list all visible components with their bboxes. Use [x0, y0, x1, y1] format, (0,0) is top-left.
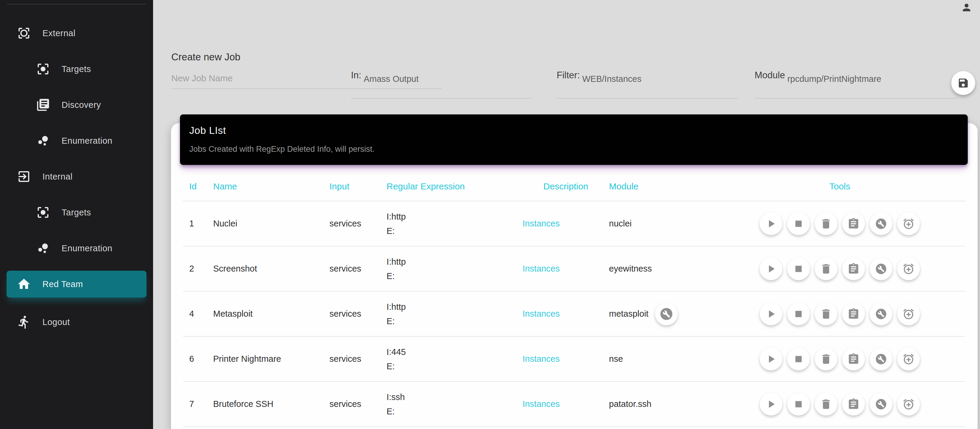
job-input-cell: services: [329, 336, 387, 381]
column-header-id: Id: [183, 172, 213, 201]
module-name: patator.ssh: [609, 399, 651, 409]
delete-icon: [820, 353, 832, 365]
module-select[interactable]: Module rpcdump/PrintNightmare: [754, 69, 958, 99]
input-source-select[interactable]: In: Amass Output: [351, 69, 532, 99]
sidebar-item-internal[interactable]: Internal: [0, 159, 153, 194]
job-module-cell: nse: [609, 336, 714, 381]
delete-button[interactable]: [815, 393, 837, 416]
job-id-cell: 7: [183, 381, 213, 427]
job-regex-cell: I:http E:: [387, 291, 523, 336]
column-header-module: Module: [609, 172, 714, 201]
sidebar-item-label: Enumeration: [62, 243, 112, 253]
assignment-icon: [847, 218, 860, 230]
play-button[interactable]: [760, 393, 783, 416]
assignment-button[interactable]: [842, 303, 865, 325]
sidebar-item-targets[interactable]: Targets: [0, 51, 153, 87]
alarm-add-button[interactable]: [897, 257, 920, 280]
regex-exclude-line: E:: [387, 224, 523, 238]
job-module-cell: patator.ssh: [609, 381, 714, 427]
job-regex-cell: I:445 E:: [387, 336, 523, 381]
assignment-button[interactable]: [842, 213, 865, 235]
job-description-cell: Instances: [523, 336, 609, 381]
stop-icon: [792, 218, 805, 230]
alarm-add-button[interactable]: [897, 348, 920, 370]
sidebar-item-label: Targets: [62, 64, 91, 74]
sidebar-item-targets[interactable]: Targets: [0, 194, 153, 230]
filter-value: WEB/Instances: [582, 74, 641, 84]
build-circle-button[interactable]: [870, 303, 892, 325]
alarm-add-button[interactable]: [897, 393, 920, 416]
table-row: 6 Printer Nightmare services I:445 E: In…: [183, 336, 965, 381]
job-input-cell: services: [329, 291, 387, 336]
home-icon: [17, 277, 31, 291]
sidebar-item-logout[interactable]: Logout: [0, 304, 153, 340]
job-list-card: IdNameInputRegular ExpressionDescription…: [171, 123, 978, 429]
sidebar-item-label: Internal: [43, 172, 73, 182]
library-icon: [36, 98, 50, 112]
play-button[interactable]: [760, 257, 783, 280]
sidebar-item-label: Discovery: [62, 100, 101, 110]
job-id-cell: 1: [183, 201, 213, 246]
delete-icon: [820, 262, 832, 275]
play-button[interactable]: [760, 303, 783, 325]
job-regex-cell: I:http E:: [387, 246, 523, 291]
build-circle-button[interactable]: [870, 348, 892, 370]
column-header-name: Name: [213, 172, 329, 201]
play-button[interactable]: [760, 213, 783, 235]
build-circle-icon: [875, 218, 887, 230]
sidebar-item-discovery[interactable]: Discovery: [0, 87, 153, 123]
delete-button[interactable]: [815, 348, 837, 370]
in-value: Amass Output: [364, 74, 418, 84]
regex-input-line: I:ssh: [387, 390, 523, 404]
stop-button[interactable]: [787, 257, 810, 280]
assignment-icon: [847, 353, 860, 365]
filter-select[interactable]: Filter: WEB/Instances: [557, 69, 738, 99]
instances-link[interactable]: Instances: [523, 264, 560, 273]
alarm-add-icon: [902, 262, 915, 275]
regex-input-line: I:445: [387, 345, 523, 359]
build-circle-button[interactable]: [870, 213, 892, 235]
play-icon: [765, 308, 777, 320]
job-description-cell: Instances: [523, 246, 609, 291]
job-module-cell: metasploit: [609, 291, 714, 336]
assignment-button[interactable]: [842, 257, 865, 280]
sidebar-item-enumeration[interactable]: Enumeration: [0, 230, 153, 266]
alarm-add-button[interactable]: [897, 213, 920, 235]
sidebar-item-external[interactable]: External: [0, 15, 153, 51]
play-button[interactable]: [760, 348, 783, 370]
instances-link[interactable]: Instances: [523, 354, 560, 364]
center-focus-icon: [36, 205, 50, 219]
stop-button[interactable]: [787, 213, 810, 235]
delete-button[interactable]: [815, 257, 837, 280]
alarm-add-icon: [902, 308, 915, 320]
sidebar: External Targets Discovery Enumeration I…: [0, 0, 153, 429]
build-circle-icon: [659, 307, 674, 321]
instances-link[interactable]: Instances: [523, 219, 560, 228]
in-label: In:: [351, 69, 361, 81]
assignment-button[interactable]: [842, 393, 865, 416]
sidebar-item-red-team[interactable]: Red Team: [6, 271, 146, 297]
exit-to-app-icon: [17, 169, 31, 184]
module-build-button[interactable]: [655, 303, 678, 325]
build-circle-button[interactable]: [870, 257, 892, 280]
module-name: eyewitness: [609, 264, 652, 274]
alarm-add-button[interactable]: [897, 303, 920, 325]
delete-button[interactable]: [815, 303, 837, 325]
stop-icon: [792, 353, 805, 365]
sidebar-item-enumeration[interactable]: Enumeration: [0, 123, 153, 159]
job-module-cell: eyewitness: [609, 246, 714, 291]
assignment-button[interactable]: [842, 348, 865, 370]
build-circle-button[interactable]: [870, 393, 892, 416]
build-circle-icon: [875, 262, 887, 275]
instances-link[interactable]: Instances: [523, 309, 560, 318]
save-job-button[interactable]: [951, 71, 975, 95]
stop-button[interactable]: [787, 303, 810, 325]
job-tools-cell: [714, 201, 965, 246]
user-account-button[interactable]: [961, 2, 974, 15]
regex-exclude-line: E:: [387, 359, 523, 373]
delete-button[interactable]: [815, 213, 837, 235]
delete-icon: [820, 218, 832, 230]
instances-link[interactable]: Instances: [523, 399, 560, 409]
stop-button[interactable]: [787, 393, 810, 416]
stop-button[interactable]: [787, 348, 810, 370]
